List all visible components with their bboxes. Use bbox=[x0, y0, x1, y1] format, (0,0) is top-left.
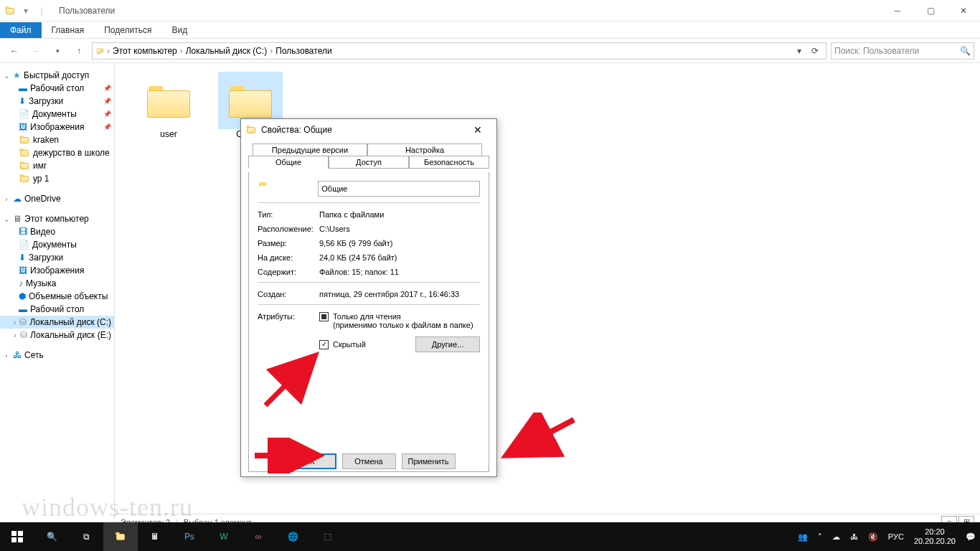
tray-language[interactable]: РУС bbox=[888, 532, 904, 541]
tree-quick-access[interactable]: ⌄★Быстрый доступ bbox=[0, 69, 114, 82]
label-ondisk: На диске: bbox=[258, 253, 319, 262]
tree-network[interactable]: ›🖧Сеть bbox=[0, 349, 114, 362]
label-attributes: Атрибуты: bbox=[258, 312, 319, 352]
forward-button[interactable]: → bbox=[27, 42, 44, 60]
crumb-folder[interactable]: Пользователи bbox=[275, 46, 331, 56]
task-view-button[interactable]: ⧉ bbox=[69, 522, 103, 551]
other-attributes-button[interactable]: Другие... bbox=[415, 336, 480, 352]
tab-view[interactable]: Вид bbox=[161, 22, 197, 38]
crumb-pc[interactable]: Этот компьютер bbox=[113, 46, 177, 56]
value-ondisk: 24,0 КБ (24 576 байт) bbox=[319, 253, 480, 262]
tray-people-icon[interactable]: 👥 bbox=[798, 532, 808, 542]
checkbox-readonly[interactable]: Только для чтения(применимо только к фай… bbox=[319, 312, 480, 329]
window-title: Пользователи bbox=[59, 6, 115, 16]
pc-icon: 🖳 bbox=[95, 46, 104, 56]
tree-yr1[interactable]: ур 1 bbox=[0, 172, 114, 185]
label-type: Тип: bbox=[258, 210, 319, 219]
tree-3dobjects[interactable]: ⬢Объемные объекты bbox=[0, 290, 114, 303]
taskbar-app[interactable]: ⬚ bbox=[310, 522, 344, 551]
tray-up-icon[interactable]: ˄ bbox=[818, 532, 822, 542]
folder-name-input[interactable] bbox=[318, 181, 480, 197]
tab-customize[interactable]: Настройка bbox=[367, 143, 482, 156]
label-size: Размер: bbox=[258, 239, 319, 248]
value-created: пятница, 29 сентября 2017 г., 16:46:33 bbox=[319, 290, 480, 298]
start-button[interactable] bbox=[0, 522, 34, 551]
dialog-title: Свойства: Общие bbox=[261, 125, 332, 135]
close-button[interactable]: ✕ bbox=[947, 0, 980, 22]
refresh-button[interactable]: ⟳ bbox=[807, 46, 823, 56]
tab-share[interactable]: Поделиться bbox=[94, 22, 161, 38]
tree-documents2[interactable]: 📄Документы bbox=[0, 238, 114, 251]
tree-img[interactable]: имг bbox=[0, 159, 114, 172]
window-titlebar: ▾ | Пользователи ─ ▢ ✕ bbox=[0, 0, 980, 22]
address-dropdown[interactable]: ▾ bbox=[791, 46, 807, 56]
tray-volume-icon[interactable]: 🔇 bbox=[868, 532, 878, 542]
nav-tree: ⌄★Быстрый доступ ▬Рабочий стол📌 ⬇Загрузк… bbox=[0, 63, 115, 529]
back-button[interactable]: ← bbox=[6, 42, 23, 60]
tree-downloads[interactable]: ⬇Загрузки📌 bbox=[0, 95, 114, 108]
dialog-titlebar[interactable]: Свойства: Общие ✕ bbox=[241, 119, 496, 141]
checkbox-hidden-box[interactable]: ✓ bbox=[319, 340, 329, 349]
breadcrumb-sep: › bbox=[180, 46, 183, 56]
tab-security[interactable]: Безопасность bbox=[409, 156, 489, 169]
taskbar-word[interactable]: W bbox=[207, 522, 241, 551]
svg-rect-4 bbox=[18, 531, 23, 536]
tab-sharing[interactable]: Доступ bbox=[329, 156, 409, 169]
tree-pictures[interactable]: 🖼Изображения📌 bbox=[0, 121, 114, 133]
taskbar-photoshop[interactable]: Ps bbox=[172, 522, 207, 551]
tree-onedrive[interactable]: ›☁OneDrive bbox=[0, 192, 114, 205]
search-button[interactable]: 🔍 bbox=[34, 522, 69, 551]
tree-thispc[interactable]: ⌄🖥Этот компьютер bbox=[0, 212, 114, 225]
tab-file[interactable]: Файл bbox=[0, 22, 42, 38]
taskbar-calculator[interactable]: 🖩 bbox=[138, 522, 172, 551]
dialog-tabs: Предыдущие версии Настройка Общие Доступ… bbox=[248, 143, 489, 172]
cancel-button[interactable]: Отмена bbox=[342, 453, 396, 469]
tab-general[interactable]: Общие bbox=[248, 156, 329, 169]
folder-label: user bbox=[136, 129, 201, 139]
tab-previous-versions[interactable]: Предыдущие версии bbox=[253, 143, 367, 156]
tree-downloads2[interactable]: ⬇Загрузки bbox=[0, 251, 114, 264]
dialog-close-button[interactable]: ✕ bbox=[463, 124, 492, 136]
tree-documents[interactable]: 📄Документы📌 bbox=[0, 108, 114, 121]
tab-home[interactable]: Главная bbox=[42, 22, 95, 38]
qat-dropdown-icon[interactable]: ▾ bbox=[19, 4, 33, 18]
tray-network-icon[interactable]: 🖧 bbox=[850, 532, 858, 541]
value-location: C:\Users bbox=[319, 225, 480, 233]
tree-localc[interactable]: ›⛁Локальный диск (C:) bbox=[0, 316, 114, 329]
address-bar[interactable]: 🖳 › Этот компьютер › Локальный диск (C:)… bbox=[92, 42, 826, 60]
svg-rect-6 bbox=[18, 537, 23, 542]
recent-dropdown[interactable]: ▾ bbox=[49, 42, 66, 60]
tray-notifications-icon[interactable]: 💬 bbox=[966, 532, 976, 542]
tree-pictures2[interactable]: 🖼Изображения bbox=[0, 264, 114, 277]
tree-desktop2[interactable]: ▬Рабочий стол bbox=[0, 303, 114, 316]
dialog-icon bbox=[245, 125, 257, 135]
tree-duty[interactable]: дежурство в школе bbox=[0, 146, 114, 159]
tray-onedrive-icon[interactable]: ☁ bbox=[832, 532, 840, 542]
folder-user[interactable]: user bbox=[136, 72, 201, 139]
minimize-button[interactable]: ─ bbox=[881, 0, 914, 22]
taskbar-visualstudio[interactable]: ∞ bbox=[241, 522, 275, 551]
label-created: Создан: bbox=[258, 290, 319, 298]
tree-kraken[interactable]: kraken bbox=[0, 133, 114, 146]
search-icon: 🔍 bbox=[960, 46, 971, 56]
svg-rect-3 bbox=[11, 531, 17, 536]
svg-rect-5 bbox=[11, 537, 17, 542]
search-input[interactable]: Поиск: Пользователи 🔍 bbox=[831, 42, 974, 60]
value-contains: Файлов: 15; папок: 11 bbox=[319, 268, 480, 276]
tree-videos[interactable]: 🎞Видео bbox=[0, 225, 114, 238]
maximize-button[interactable]: ▢ bbox=[914, 0, 947, 22]
taskbar: 🔍 ⧉ 🖩 Ps W ∞ 🌐 ⬚ 👥 ˄ ☁ 🖧 🔇 РУС 20:20 20.… bbox=[0, 522, 980, 551]
up-button[interactable]: ↑ bbox=[70, 42, 88, 60]
tray-clock[interactable]: 20:20 20.20.20.20 bbox=[914, 527, 956, 546]
tree-music[interactable]: ♪Музыка bbox=[0, 277, 114, 290]
tree-desktop[interactable]: ▬Рабочий стол📌 bbox=[0, 82, 114, 95]
crumb-disk[interactable]: Локальный диск (C:) bbox=[186, 46, 268, 56]
taskbar-chrome[interactable]: 🌐 bbox=[275, 522, 310, 551]
checkbox-readonly-box[interactable] bbox=[319, 312, 329, 321]
taskbar-explorer[interactable] bbox=[103, 522, 138, 551]
tree-locale[interactable]: ›⛁Локальный диск (E:) bbox=[0, 329, 114, 342]
breadcrumb-sep: › bbox=[107, 46, 110, 56]
apply-button[interactable]: Применить bbox=[402, 453, 456, 469]
checkbox-hidden[interactable]: ✓ Скрытый bbox=[319, 340, 366, 349]
ok-button[interactable]: ОК bbox=[283, 453, 336, 469]
